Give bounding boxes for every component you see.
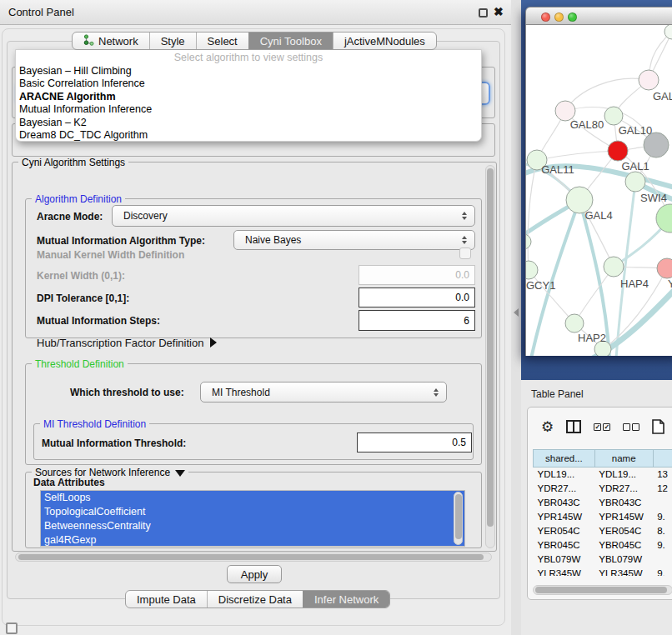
table-cell: YER054C [534, 524, 595, 538]
network-edge[interactable] [537, 151, 618, 160]
attribute-item-topologicalcoefficient[interactable]: TopologicalCoefficient [41, 505, 464, 519]
network-node[interactable] [526, 261, 538, 279]
algorithm-option-bayesian-k2[interactable]: Bayesian – K2 [16, 117, 481, 129]
column-header-cut[interactable] [653, 450, 672, 468]
network-node[interactable] [625, 172, 645, 192]
attributes-scrollbar-thumb[interactable] [455, 494, 462, 539]
mi-threshold-input[interactable]: 0.5 [357, 432, 472, 452]
kernel-width-label: Kernel Width (0,1): [37, 270, 125, 282]
threshold-definition-title: Threshold Definition [32, 358, 128, 370]
algorithm-option-aracne-algorithm[interactable]: ARACNE Algorithm [16, 91, 481, 103]
table-row[interactable]: YBR043CYBR043C [534, 496, 672, 510]
network-node[interactable] [604, 107, 623, 125]
tab-impute-data[interactable]: Impute Data [126, 591, 207, 608]
kernel-width-input[interactable]: 0.0 [359, 265, 475, 285]
algorithm-option-dream8-dc-tdc-algorithm[interactable]: Dream8 DC_TDC Algorithm [16, 129, 481, 142]
network-edge[interactable] [565, 78, 649, 111]
table-horizontal-scrollbar[interactable] [533, 585, 672, 595]
aracne-mode-combobox[interactable]: Discovery [112, 205, 475, 227]
which-threshold-combobox[interactable]: MI Threshold [200, 382, 447, 402]
algorithm-definition-title: Algorithm Definition [32, 193, 125, 205]
table-row[interactable]: YLR345WYLR345W9. [534, 567, 672, 577]
attribute-item-gal4rgexp[interactable]: gal4RGexp [41, 533, 464, 547]
table-row[interactable]: YBL079WYBL079W [534, 552, 672, 567]
node-table: shared...name YDL19...YDL19...13YDR27...… [533, 449, 672, 576]
close-icon[interactable]: ✖ [494, 5, 504, 18]
attributes-scrollbar[interactable] [454, 492, 463, 545]
network-node[interactable] [657, 258, 672, 278]
new-table-icon[interactable] [652, 419, 664, 434]
manual-kernel-checkbox[interactable] [459, 248, 471, 259]
table-cell: YLR345W [534, 567, 595, 577]
tab-label: Discretize Data [218, 593, 292, 606]
network-edge[interactable] [528, 160, 537, 270]
mi-type-combobox[interactable]: Naive Bayes [233, 230, 475, 250]
network-node[interactable] [608, 141, 628, 161]
network-node[interactable] [604, 257, 624, 277]
network-node-label-gal10: GAL10 [619, 124, 652, 137]
tab-jactivemnodules[interactable]: jActiveMNodules [333, 32, 436, 49]
algorithm-option-basic-correlation-inference[interactable]: Basic Correlation Inference [16, 78, 481, 90]
settings-vertical-scrollbar-thumb[interactable] [487, 168, 494, 527]
tab-cyni-toolbox[interactable]: Cyni Toolbox [248, 32, 333, 49]
column-header-shared[interactable]: shared... [534, 450, 595, 468]
column-header-name[interactable]: name [594, 450, 653, 468]
algorithm-option-mutual-information-inference[interactable]: Mutual Information Inference [16, 103, 481, 116]
table-row[interactable]: YDR27...YDR27...12 [534, 482, 672, 496]
network-node-label-gal4: GAL4 [584, 209, 612, 222]
mi-steps-label: Mutual Information Steps: [37, 315, 160, 327]
table-row[interactable]: YPR145WYPR145W9. [534, 510, 672, 524]
table-cell: YDR27... [594, 482, 653, 496]
dpi-tolerance-input[interactable]: 0.0 [359, 288, 475, 308]
tab-network[interactable]: Network [73, 32, 149, 49]
network-node[interactable] [664, 25, 672, 39]
network-node[interactable] [656, 204, 672, 232]
panel-divider[interactable] [511, 0, 521, 635]
tab-style[interactable]: Style [149, 32, 196, 49]
float-icon[interactable] [479, 8, 488, 18]
deselect-all-icon[interactable] [623, 423, 639, 431]
data-attributes-list[interactable]: SelfLoopsTopologicalCoefficientBetweenne… [40, 490, 465, 547]
settings-vertical-scrollbar[interactable] [485, 165, 495, 548]
tab-select[interactable]: Select [196, 32, 248, 49]
window-zoom-icon[interactable] [568, 12, 577, 22]
settings-horizontal-scrollbar[interactable] [15, 552, 492, 562]
table-row[interactable]: YDL19...YDL19...13 [534, 468, 672, 482]
table-cell: 12 [653, 482, 672, 496]
network-node-label-y: Y [668, 278, 672, 290]
table-row[interactable]: YER054CYER054C8. [534, 524, 672, 538]
settings-horizontal-scrollbar-thumb[interactable] [18, 554, 484, 560]
hub-definition-expander[interactable]: Hub/Transcription Factor Definition [37, 337, 217, 349]
apply-button[interactable]: Apply [227, 565, 282, 583]
network-node-label-gcy1: GCY1 [526, 279, 555, 292]
table-cell: YLR345W [594, 567, 653, 577]
window-minimize-icon[interactable] [554, 12, 564, 22]
network-canvas[interactable]: GALGAL80GAL10GAL1GAL11SWI4GAL4GCY1HAP4YH… [525, 25, 672, 356]
table-cell: YPR145W [534, 510, 595, 524]
network-node[interactable] [565, 314, 584, 332]
tab-infer-network[interactable]: Infer Network [303, 591, 389, 608]
columns-icon[interactable] [566, 420, 581, 433]
gear-icon[interactable]: ⚙ [541, 418, 554, 436]
mi-threshold-label: Mutual Information Threshold: [42, 438, 186, 449]
dpi-tolerance-value: 0.0 [455, 292, 469, 303]
data-attributes-label: Data Attributes [33, 477, 105, 488]
network-node[interactable] [526, 234, 531, 249]
apply-button-label: Apply [241, 568, 268, 581]
network-icon [83, 34, 94, 48]
manual-kernel-label: Manual Kernel Width Definition [37, 249, 184, 261]
attribute-item-selfloops[interactable]: SelfLoops [41, 491, 464, 505]
select-all-icon[interactable]: ✓✓ [594, 423, 610, 431]
table-horizontal-scrollbar-thumb[interactable] [535, 587, 667, 593]
algorithm-option-bayesian-hill-climbing[interactable]: Bayesian – Hill Climbing [16, 65, 481, 78]
divider-handle-icon[interactable] [514, 308, 519, 317]
tab-discretize-data[interactable]: Discretize Data [207, 591, 303, 608]
float-panel-icon[interactable] [6, 622, 18, 634]
table-row[interactable]: YBR045CYBR045C9. [534, 538, 672, 552]
mi-steps-input[interactable]: 6 [359, 310, 475, 331]
window-close-icon[interactable] [541, 12, 550, 22]
attribute-item-betweennesscentrality[interactable]: BetweennessCentrality [41, 519, 464, 533]
aracne-mode-label: Aracne Mode: [37, 211, 103, 222]
spinner-arrows-icon [462, 212, 467, 220]
network-node[interactable] [639, 70, 659, 90]
